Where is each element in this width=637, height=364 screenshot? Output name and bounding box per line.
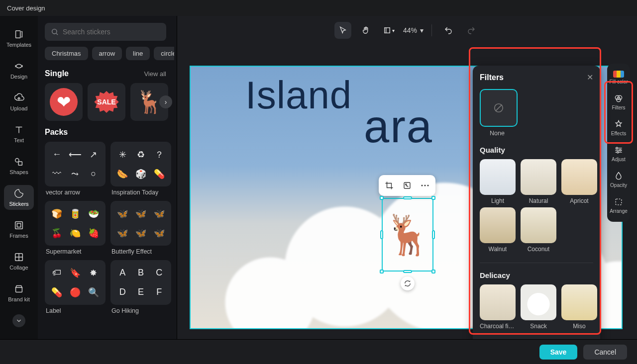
hand-icon xyxy=(361,26,370,35)
toolrail-stickers[interactable]: Stickers xyxy=(4,185,34,210)
resize-handle[interactable] xyxy=(403,196,412,199)
zoom-control[interactable]: 44% ▾ xyxy=(403,26,424,34)
redo-button[interactable] xyxy=(463,22,480,39)
pack-label: Go Hiking xyxy=(110,307,171,314)
crop-button[interactable] xyxy=(381,177,398,194)
context-toolbar xyxy=(379,175,435,196)
hand-tool-button[interactable] xyxy=(357,22,374,39)
prop-label: Fill color xyxy=(609,79,628,85)
search-input[interactable] xyxy=(63,28,160,36)
headline-line1: Island xyxy=(245,73,352,118)
resize-handle[interactable] xyxy=(380,230,383,239)
close-icon: ✕ xyxy=(587,73,593,82)
close-button[interactable]: ✕ xyxy=(587,73,593,82)
sale-badge-icon: SALE xyxy=(94,91,118,113)
pack-card[interactable]: ←⟵↗〰⤳○ vector arrow xyxy=(45,142,106,196)
toolrail-text[interactable]: Text xyxy=(4,121,34,146)
pack-thumb-inspiration[interactable]: ✳♻？🌭🎲💊 xyxy=(110,142,171,186)
pack-thumb-label[interactable]: 🏷🔖✸💊🔴🔍 xyxy=(45,260,106,305)
resize-handle[interactable] xyxy=(380,196,384,200)
toolrail-collage[interactable]: Collage xyxy=(4,249,34,273)
filter-charcoal[interactable] xyxy=(480,284,516,320)
packs-title: Packs xyxy=(45,128,68,137)
resize-handle[interactable] xyxy=(431,270,435,273)
pack-card[interactable]: 🦋🦋🦋🦋🦋🦋 Butterfly Effect xyxy=(110,201,171,255)
prop-fill-color[interactable]: Fill color xyxy=(608,68,629,89)
chip-circle[interactable]: circle xyxy=(154,47,174,60)
window-title: Cover design xyxy=(7,4,45,12)
more-icon xyxy=(421,184,429,187)
toolrail-label: Upload xyxy=(10,105,28,111)
prop-opacity[interactable]: Opacity xyxy=(608,168,629,192)
pack-thumb-arrows[interactable]: ←⟵↗〰⤳○ xyxy=(45,142,106,186)
prop-arrange[interactable]: Arrange xyxy=(608,194,629,218)
headline-text[interactable]: Island ara xyxy=(245,73,352,118)
upload-icon xyxy=(13,92,24,103)
pack-thumb-butterfly[interactable]: 🦋🦋🦋🦋🦋🦋 xyxy=(110,201,171,246)
pack-card[interactable]: 🍞🥫🥗🍒🍋🍓 Supermarket xyxy=(45,201,106,255)
canvas-area: ▾ 44% ▾ Island ara 🦌 xyxy=(177,16,637,339)
filter-label: Light xyxy=(491,197,504,204)
pack-thumb-hiking[interactable]: ABCDEF xyxy=(110,260,171,305)
cursor-tool-button[interactable] xyxy=(334,22,351,39)
packs-grid: ←⟵↗〰⤳○ vector arrow ✳♻？🌭🎲💊 Inspiration T… xyxy=(45,142,174,314)
chip-christmas[interactable]: Christmas xyxy=(45,47,88,60)
sync-button[interactable] xyxy=(401,276,415,290)
toolrail-label: Shapes xyxy=(9,169,28,175)
filter-none-label: None xyxy=(490,130,593,137)
toolrail-label: Templates xyxy=(6,42,31,48)
pack-label: Supermarket xyxy=(45,248,106,255)
chip-line[interactable]: line xyxy=(126,47,150,60)
toolrail-more[interactable] xyxy=(12,314,25,327)
toolrail-frames[interactable]: Frames xyxy=(4,217,34,242)
single-sticker-sale[interactable]: SALE xyxy=(88,83,125,121)
filter-none[interactable] xyxy=(480,89,518,127)
search-box[interactable] xyxy=(45,23,166,41)
artboard-button[interactable]: ▾ xyxy=(380,22,397,39)
chevron-down-icon xyxy=(13,315,24,326)
filter-natural[interactable] xyxy=(521,159,556,195)
selected-sticker-deer[interactable]: 🦌 xyxy=(383,199,432,271)
single-next-button[interactable]: › xyxy=(159,95,172,108)
undo-button[interactable] xyxy=(440,22,457,39)
save-button[interactable]: Save xyxy=(539,345,578,360)
single-sticker-heart[interactable]: ❤ xyxy=(45,83,83,121)
cancel-button[interactable]: Cancel xyxy=(583,345,627,360)
selection-box[interactable]: 🦌 xyxy=(382,198,433,272)
heart-icon: ❤ xyxy=(50,88,78,116)
pack-thumb-supermarket[interactable]: 🍞🥫🥗🍒🍋🍓 xyxy=(45,201,106,246)
filter-snack[interactable] xyxy=(521,284,556,320)
toolrail-templates[interactable]: Templates xyxy=(4,26,34,51)
filter-miso[interactable] xyxy=(561,284,597,320)
resize-handle[interactable] xyxy=(431,196,435,200)
more-button[interactable] xyxy=(417,177,433,194)
filter-apricot[interactable] xyxy=(561,159,597,195)
filter-coconut[interactable] xyxy=(521,207,556,243)
toolrail-shapes[interactable]: Shapes xyxy=(4,153,34,178)
toolrail-brandkit[interactable]: Brand kit xyxy=(4,280,34,305)
resize-handle[interactable] xyxy=(380,270,384,273)
chip-arrow[interactable]: arrow xyxy=(92,47,122,60)
filter-label: Walnut xyxy=(489,246,507,253)
replace-button[interactable] xyxy=(399,177,416,194)
toolrail-design[interactable]: Design xyxy=(4,58,34,83)
svg-rect-0 xyxy=(16,31,20,38)
view-all-link[interactable]: View all xyxy=(144,70,166,78)
filter-label: Charcoal fir… xyxy=(480,323,516,330)
filter-label: Coconut xyxy=(528,246,550,253)
prop-filters[interactable]: Filters xyxy=(608,91,629,114)
resize-handle[interactable] xyxy=(403,270,412,273)
toolrail-upload[interactable]: Upload xyxy=(4,90,34,114)
svg-point-6 xyxy=(52,29,57,34)
toolrail-label: Design xyxy=(10,74,27,80)
pack-card[interactable]: ABCDEF Go Hiking xyxy=(110,260,171,314)
prop-adjust[interactable]: Adjust xyxy=(608,142,629,166)
pack-card[interactable]: ✳♻？🌭🎲💊 Inspiration Today xyxy=(110,142,171,196)
prop-effects[interactable]: Effects xyxy=(608,116,629,140)
chevron-right-icon: › xyxy=(165,98,167,106)
resize-handle[interactable] xyxy=(432,230,435,239)
pack-card[interactable]: 🏷🔖✸💊🔴🔍 Label xyxy=(45,260,106,314)
filter-walnut[interactable] xyxy=(480,207,516,243)
templates-icon xyxy=(13,29,24,40)
filter-light[interactable] xyxy=(480,159,516,195)
